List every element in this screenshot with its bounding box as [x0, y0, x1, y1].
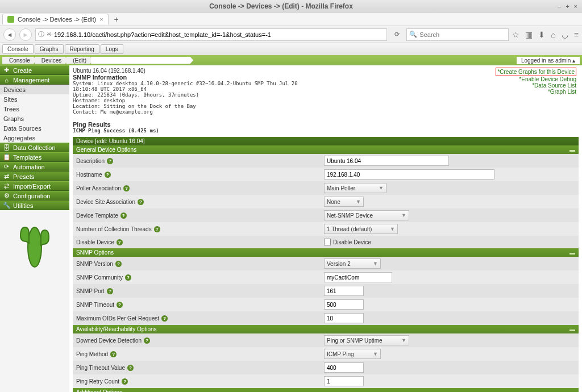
- help-icon[interactable]: ?: [107, 288, 113, 294]
- nav-presets[interactable]: ⇄Presets: [0, 172, 69, 181]
- search-icon: 🔍: [409, 31, 417, 38]
- reload-button[interactable]: ⟳: [390, 28, 403, 41]
- nav-sites[interactable]: Sites: [0, 94, 69, 104]
- home-icon: ⌂: [3, 77, 10, 83]
- url-input[interactable]: [54, 31, 384, 38]
- hostname-input[interactable]: [324, 169, 494, 180]
- nav-automation[interactable]: ⟳Automation: [0, 162, 69, 172]
- home-icon[interactable]: ⌂: [551, 30, 555, 39]
- snmp-contact: Contact: Me me@example.org: [73, 109, 579, 115]
- bookmark-icon[interactable]: ☆: [512, 30, 519, 39]
- help-icon[interactable]: ?: [161, 315, 168, 322]
- nav-configuration[interactable]: ⚙Configuration: [0, 191, 69, 201]
- nav-create[interactable]: ✚Create: [0, 65, 69, 75]
- forward-button[interactable]: ►: [19, 28, 32, 41]
- link-graph-list[interactable]: *Graph List: [496, 89, 576, 95]
- snmp-timeout-input[interactable]: [324, 299, 364, 310]
- tab-reporting[interactable]: Reporting: [65, 44, 99, 54]
- crumb-devices[interactable]: Devices: [35, 57, 69, 64]
- menu-icon[interactable]: ≡: [574, 30, 579, 39]
- nav-data-sources[interactable]: Data Sources: [0, 123, 69, 133]
- disable-checkbox[interactable]: [324, 239, 331, 245]
- search-box[interactable]: 🔍: [406, 28, 509, 41]
- logged-in-label[interactable]: Logged in as admin ▴: [517, 57, 580, 64]
- library-icon[interactable]: ▥: [525, 30, 533, 39]
- row-description: Description?: [73, 154, 579, 168]
- collapse-icon[interactable]: ▬: [569, 389, 575, 392]
- tab-console[interactable]: Console: [2, 44, 34, 54]
- collapse-icon[interactable]: ▬: [569, 147, 575, 153]
- nav-trees[interactable]: Trees: [0, 104, 69, 114]
- help-icon[interactable]: ?: [125, 274, 131, 281]
- snmp-version-select[interactable]: Version 2▼: [324, 258, 381, 269]
- help-icon[interactable]: ?: [117, 239, 123, 245]
- link-data-source-list[interactable]: *Data Source List: [496, 82, 576, 89]
- help-icon[interactable]: ?: [123, 185, 130, 191]
- pocket-icon[interactable]: ◡: [562, 30, 568, 39]
- ping-method-select[interactable]: ICMP Ping▼: [324, 349, 381, 359]
- nav-devices[interactable]: Devices: [0, 85, 69, 94]
- availability-header: Availability/Reachability Options▬: [73, 325, 579, 333]
- help-icon[interactable]: ?: [120, 212, 127, 219]
- minimize-icon[interactable]: –: [558, 3, 561, 10]
- address-bar[interactable]: ⓘ ※: [35, 28, 387, 41]
- site-select[interactable]: None▼: [324, 197, 364, 207]
- close-icon[interactable]: ×: [574, 3, 577, 10]
- nav-utilities[interactable]: 🔧Utilities: [0, 201, 69, 210]
- help-icon[interactable]: ?: [115, 261, 122, 267]
- back-button[interactable]: ◄: [3, 28, 16, 41]
- crumb-edit[interactable]: (Edit): [66, 57, 93, 64]
- threads-select[interactable]: 1 Thread (default)▼: [324, 224, 398, 234]
- sidebar: ✚Create ⌂Management Devices Sites Trees …: [0, 65, 69, 392]
- help-icon[interactable]: ?: [122, 378, 128, 385]
- collapse-icon[interactable]: ▬: [569, 326, 575, 332]
- snmp-location: Location: Sitting on the Dock of the Bay: [73, 103, 579, 109]
- clipboard-icon: 📋: [3, 154, 10, 160]
- nav-aggregates[interactable]: Aggregates: [0, 133, 69, 143]
- tab-logs[interactable]: Logs: [101, 44, 123, 54]
- downloads-icon[interactable]: ⬇: [538, 30, 545, 39]
- cacti-favicon: [7, 16, 14, 23]
- search-input[interactable]: [419, 31, 506, 38]
- template-select[interactable]: Net-SNMP Device▼: [324, 210, 409, 220]
- snmp-community-input[interactable]: [324, 272, 392, 282]
- downed-select[interactable]: Ping or SNMP Uptime▼: [324, 335, 409, 345]
- help-icon[interactable]: ?: [144, 337, 150, 344]
- svg-point-0: [28, 227, 41, 267]
- help-icon[interactable]: ?: [107, 158, 113, 164]
- row-snmp-port: SNMP Port?: [73, 284, 579, 298]
- snmp-port-input[interactable]: [324, 286, 364, 296]
- description-input[interactable]: [324, 156, 449, 166]
- link-create-graphs[interactable]: *Create Graphs for this Device: [496, 68, 576, 76]
- collapse-icon[interactable]: ▬: [569, 249, 575, 256]
- crumb-console[interactable]: Console: [2, 57, 37, 64]
- tab-graphs[interactable]: Graphs: [35, 44, 64, 54]
- help-icon[interactable]: ?: [154, 226, 160, 232]
- new-tab-button[interactable]: +: [112, 15, 121, 24]
- nav-management[interactable]: ⌂Management: [0, 75, 69, 85]
- row-disable: Disable Device? Disable Device: [73, 236, 579, 248]
- database-icon: 🗄: [3, 144, 10, 151]
- nav-data-collection[interactable]: 🗄Data Collection: [0, 143, 69, 152]
- ping-timeout-input[interactable]: [324, 362, 364, 373]
- tab-close-icon[interactable]: ×: [99, 16, 103, 23]
- ping-retry-input[interactable]: [324, 376, 364, 386]
- crumb-gap: [91, 57, 193, 64]
- maximize-icon[interactable]: +: [566, 3, 569, 10]
- browser-tab[interactable]: Console -> Devices -> (Edit) ×: [2, 14, 109, 24]
- nav-graphs[interactable]: Graphs: [0, 114, 69, 123]
- disable-checkbox-label: Disable Device: [333, 239, 371, 245]
- chevron-down-icon: ▼: [379, 185, 384, 191]
- help-icon[interactable]: ?: [138, 199, 144, 205]
- help-icon[interactable]: ?: [127, 365, 134, 371]
- help-icon[interactable]: ?: [117, 302, 123, 308]
- help-icon[interactable]: ?: [105, 172, 111, 178]
- max-oids-input[interactable]: [324, 313, 364, 323]
- nav-templates[interactable]: 📋Templates: [0, 152, 69, 162]
- help-icon[interactable]: ?: [110, 351, 117, 357]
- row-hostname: Hostname?: [73, 168, 579, 181]
- chevron-down-icon: ▼: [373, 261, 378, 266]
- link-enable-debug[interactable]: *Enable Device Debug: [496, 76, 576, 82]
- poller-select[interactable]: Main Poller▼: [324, 183, 386, 193]
- nav-import-export[interactable]: ⇄Import/Export: [0, 181, 69, 191]
